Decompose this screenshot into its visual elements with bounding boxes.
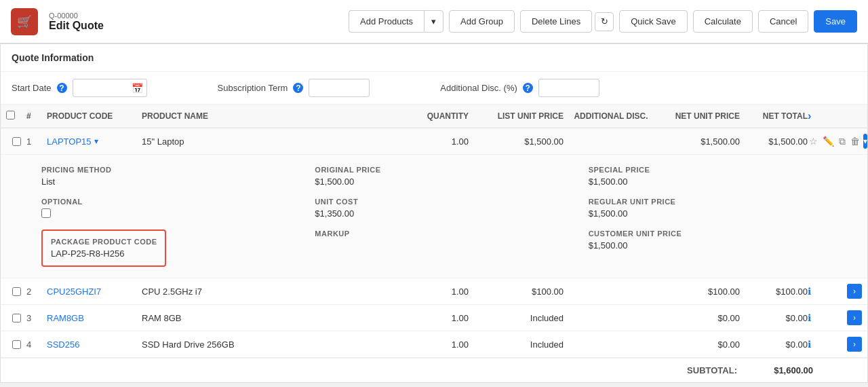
subscription-term-group: Subscription Term ? bbox=[218, 79, 370, 97]
regular-unit-price-label: REGULAR UNIT PRICE bbox=[589, 198, 840, 206]
select-all-checkbox[interactable] bbox=[6, 111, 15, 119]
row1-net-unit-price: $1,500.00 bbox=[658, 136, 740, 147]
header-net-total: NET TOTAL bbox=[740, 111, 808, 121]
row1-num: 1 bbox=[26, 136, 47, 147]
start-date-group: Start Date ? 📅 bbox=[12, 79, 147, 97]
row1-collapse-button[interactable]: ▾ bbox=[863, 134, 867, 149]
row4-checkbox[interactable] bbox=[12, 340, 21, 349]
subscription-term-label: Subscription Term bbox=[218, 83, 288, 93]
markup-label: MARKUP bbox=[315, 229, 566, 238]
header-product-name: PRODUCT NAME bbox=[142, 111, 401, 121]
add-products-button[interactable]: Add Products bbox=[349, 10, 424, 33]
row4-product-code: SSD256 bbox=[47, 339, 142, 350]
row4-info-icon[interactable]: ℹ bbox=[808, 339, 811, 350]
row2-checkbox[interactable] bbox=[12, 287, 21, 296]
row3-net-unit-price: $0.00 bbox=[658, 313, 740, 323]
unit-cost-label: UNIT COST bbox=[315, 198, 566, 206]
header-num: # bbox=[26, 111, 47, 121]
row1-product-code: LAPTOP15 ▾ bbox=[47, 136, 142, 147]
quote-info-form: Start Date ? 📅 Subscription Term ? Addit… bbox=[1, 72, 867, 105]
table-row: 3 RAM8GB RAM 8GB 1.00 Included $0.00 $0.… bbox=[1, 305, 867, 331]
row2-product-name: CPU 2.5GHz i7 bbox=[142, 287, 401, 297]
row1-list-unit-price: $1,500.00 bbox=[469, 136, 564, 147]
customer-unit-price-label: CUSTOMER UNIT PRICE bbox=[589, 229, 840, 238]
row2-info-icon[interactable]: ℹ bbox=[808, 286, 811, 297]
special-price-value: $1,500.00 bbox=[589, 177, 840, 187]
row3-actions: ℹ › bbox=[808, 310, 862, 325]
subtotal-label: SUBTOTAL: bbox=[687, 365, 737, 375]
add-products-dropdown-button[interactable]: ▾ bbox=[424, 10, 443, 33]
row2-expand-button[interactable]: › bbox=[847, 284, 862, 299]
row2-checkbox-cell bbox=[6, 287, 26, 296]
row3-list-unit-price: Included bbox=[469, 313, 564, 323]
row1-product-name: 15" Laptop bbox=[142, 136, 401, 147]
pricing-method-value: List bbox=[41, 177, 293, 187]
header-additional-disc: ADDITIONAL DISC. bbox=[564, 111, 658, 121]
quote-info-section-title: Quote Information bbox=[1, 44, 867, 72]
package-product-code-value: LAP-P25-R8-H256 bbox=[51, 248, 157, 259]
row4-num: 4 bbox=[26, 339, 47, 350]
app-header: 🛒 Q-00000 Edit Quote Add Products ▾ Add … bbox=[0, 0, 868, 43]
page-title: Edit Quote bbox=[49, 20, 104, 32]
row4-checkbox-cell bbox=[6, 340, 26, 349]
refresh-icon[interactable]: ↻ bbox=[595, 12, 614, 31]
calculate-button[interactable]: Calculate bbox=[693, 10, 753, 33]
original-price-label: ORIGINAL PRICE bbox=[315, 166, 566, 174]
delete-lines-button[interactable]: Delete Lines bbox=[520, 10, 592, 33]
save-button[interactable]: Save bbox=[814, 10, 857, 33]
additional-disc-help-icon[interactable]: ? bbox=[523, 83, 533, 93]
row4-quantity: 1.00 bbox=[401, 339, 469, 350]
app-logo-icon: 🛒 bbox=[11, 8, 38, 35]
row2-list-unit-price: $100.00 bbox=[469, 287, 564, 297]
row1-delete-icon[interactable]: 🗑 bbox=[849, 134, 861, 148]
row2-quantity: 1.00 bbox=[401, 287, 469, 297]
row3-info-icon[interactable]: ℹ bbox=[808, 312, 811, 323]
additional-disc-input[interactable] bbox=[538, 79, 599, 97]
calendar-icon[interactable]: 📅 bbox=[132, 83, 143, 94]
subtotal-row: SUBTOTAL: $1,600.00 bbox=[1, 358, 867, 382]
header-list-unit-price: LIST UNIT PRICE bbox=[469, 111, 564, 121]
row1-checkbox[interactable] bbox=[12, 137, 21, 146]
table-header: # PRODUCT CODE PRODUCT NAME QUANTITY LIS… bbox=[1, 105, 867, 128]
row4-product-name: SSD Hard Drive 256GB bbox=[142, 339, 401, 350]
subscription-term-input[interactable] bbox=[309, 79, 370, 97]
row3-expand-button[interactable]: › bbox=[847, 310, 862, 325]
additional-disc-group: Additional Disc. (%) ? bbox=[440, 79, 599, 97]
table-row: 4 SSD256 SSD Hard Drive 256GB 1.00 Inclu… bbox=[1, 331, 867, 358]
subscription-term-help-icon[interactable]: ? bbox=[293, 83, 303, 93]
row1-copy-icon[interactable]: ⧉ bbox=[837, 134, 847, 149]
subtotal-value: $1,600.00 bbox=[759, 365, 813, 375]
header-quantity: QUANTITY bbox=[401, 111, 469, 121]
row3-checkbox[interactable] bbox=[12, 314, 21, 322]
markup-group: MARKUP bbox=[315, 229, 566, 267]
row4-actions: ℹ › bbox=[808, 337, 862, 352]
customer-unit-price-group: CUSTOMER UNIT PRICE $1,500.00 bbox=[589, 229, 840, 267]
cancel-button[interactable]: Cancel bbox=[758, 10, 808, 33]
start-date-help-icon[interactable]: ? bbox=[57, 83, 67, 93]
package-product-code-label: PACKAGE PRODUCT CODE bbox=[51, 238, 157, 246]
row2-product-code-text: CPU25GHZI7 bbox=[47, 287, 101, 297]
unit-cost-group: UNIT COST $1,350.00 bbox=[315, 198, 566, 219]
row3-net-total: $0.00 bbox=[740, 313, 808, 323]
add-group-button[interactable]: Add Group bbox=[449, 10, 515, 33]
special-price-group: SPECIAL PRICE $1,500.00 bbox=[589, 166, 840, 187]
header-actions: › bbox=[808, 110, 862, 122]
quote-number: Q-00000 bbox=[49, 12, 104, 20]
row2-net-total: $100.00 bbox=[740, 287, 808, 297]
package-product-code-group: PACKAGE PRODUCT CODE LAP-P25-R8-H256 bbox=[41, 229, 293, 267]
regular-unit-price-value: $1,500.00 bbox=[589, 208, 840, 219]
original-price-group: ORIGINAL PRICE $1,500.00 bbox=[315, 166, 566, 187]
start-date-label: Start Date bbox=[12, 83, 52, 93]
customer-unit-price-value: $1,500.00 bbox=[589, 240, 840, 251]
row4-expand-button[interactable]: › bbox=[847, 337, 862, 352]
scroll-right-icon[interactable]: › bbox=[808, 110, 811, 122]
quick-save-button[interactable]: Quick Save bbox=[619, 10, 687, 33]
row1-expand-chevron[interactable]: ▾ bbox=[94, 136, 98, 146]
add-products-split-button: Add Products ▾ bbox=[349, 10, 443, 33]
optional-checkbox[interactable] bbox=[41, 208, 51, 218]
row1-edit-icon[interactable]: ✏️ bbox=[821, 134, 835, 148]
row3-num: 3 bbox=[26, 313, 47, 323]
row3-checkbox-cell bbox=[6, 314, 26, 322]
row1-star-icon[interactable]: ☆ bbox=[808, 134, 819, 148]
additional-disc-label: Additional Disc. (%) bbox=[440, 83, 517, 93]
